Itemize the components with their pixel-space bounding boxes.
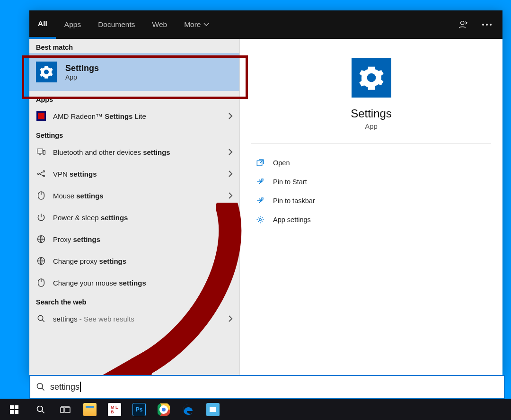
photoshop-icon: Ps [132,403,146,416]
result-change-mouse-settings[interactable]: Change your mouse settings [29,272,239,294]
taskbar: M EB Ps [0,399,511,420]
svg-point-7 [43,170,44,172]
start-button[interactable] [0,399,28,420]
result-web-search[interactable]: settings - See web results [29,308,239,330]
svg-point-0 [461,21,464,25]
section-apps: Apps [29,91,239,105]
result-power-settings[interactable]: Power & sleep settings [29,206,239,228]
chrome-icon [158,403,170,416]
svg-rect-18 [10,405,14,409]
action-pin-taskbar[interactable]: Pin to taskbar [245,191,498,210]
svg-point-3 [490,24,492,26]
chevron-right-icon [228,149,233,155]
app-icon [206,403,220,416]
search-panel: All Apps Documents Web More Best match S… [29,10,502,375]
result-subtitle: App [65,73,99,81]
search-icon [36,405,45,414]
svg-point-15 [259,219,262,221]
mouse-icon [36,190,46,201]
tab-documents[interactable]: Documents [89,10,143,39]
svg-rect-21 [15,410,18,414]
tab-web[interactable]: Web [144,10,176,39]
action-pin-start[interactable]: Pin to Start [245,172,498,191]
chevron-right-icon [228,113,233,119]
results-list: Best match Settings App Apps AMD Radeon™… [29,39,240,375]
action-app-settings[interactable]: App settings [245,210,498,229]
section-settings: Settings [29,127,239,141]
result-mouse-settings[interactable]: Mouse settings [29,185,239,206]
tab-apps[interactable]: Apps [56,10,89,39]
taskbar-file-explorer[interactable] [78,399,102,420]
taskbar-app-2[interactable]: M EB [102,399,127,420]
svg-rect-5 [43,151,45,154]
vpn-icon [36,169,46,179]
gear-icon [352,58,391,98]
svg-rect-4 [37,149,43,153]
tab-all[interactable]: All [29,10,56,39]
taskbar-photoshop[interactable]: Ps [127,399,151,420]
search-input[interactable]: settings [29,375,505,399]
chevron-right-icon [228,170,233,177]
result-vpn-settings[interactable]: VPN settings [29,163,239,185]
section-best-match: Best match [29,39,239,53]
result-bluetooth-settings[interactable]: Bluetooth and other devices settings [29,141,239,163]
taskbar-app-3[interactable] [201,399,225,420]
svg-rect-19 [15,405,18,409]
search-icon [36,313,46,324]
result-settings-app[interactable]: Settings App [29,53,239,91]
taskbar-edge[interactable] [176,399,201,420]
power-icon [36,212,46,223]
windows-icon [10,405,18,414]
task-view-button[interactable] [53,399,78,420]
gear-icon [36,62,57,82]
feedback-icon[interactable] [458,19,468,30]
edge-icon [182,403,194,416]
svg-point-22 [37,406,43,411]
preview-subtitle: App [365,122,378,130]
svg-point-6 [38,173,39,174]
preview-pane: Settings App Open Pin to Start Pin to ta… [240,39,502,375]
open-icon [255,158,265,168]
chevron-down-icon [203,22,209,27]
globe-icon [36,256,46,266]
devices-icon [36,147,46,157]
result-proxy-settings[interactable]: Proxy settings [29,228,239,250]
app-icon: M EB [108,403,121,416]
search-query: settings [50,382,79,392]
folder-icon [83,403,97,416]
globe-icon [36,234,46,244]
svg-point-17 [37,384,43,389]
chevron-right-icon [228,315,233,322]
action-open[interactable]: Open [245,153,498,172]
search-icon [36,382,45,392]
mouse-icon [36,277,46,288]
svg-rect-23 [61,408,64,412]
preview-title: Settings [351,107,392,120]
pin-icon [255,177,265,187]
chevron-right-icon [228,214,233,221]
gear-outline-icon [255,214,265,225]
svg-point-8 [43,175,44,177]
amd-icon [36,111,46,121]
svg-point-13 [38,315,43,321]
pin-icon [255,196,265,206]
tab-more[interactable]: More [176,10,218,39]
search-filter-tabs: All Apps Documents Web More [29,10,502,39]
taskbar-chrome[interactable] [151,399,176,420]
more-options-icon[interactable] [482,19,492,30]
result-change-proxy-settings[interactable]: Change proxy settings [29,250,239,272]
task-view-icon [60,405,70,414]
divider [251,143,491,144]
result-title: Settings [65,63,99,73]
chevron-right-icon [228,192,233,199]
section-search-web: Search the web [29,294,239,308]
svg-point-2 [486,24,488,26]
svg-point-1 [482,24,484,26]
svg-rect-20 [10,410,14,414]
result-amd-radeon[interactable]: AMD Radeon™ Settings Lite [29,105,239,127]
svg-rect-24 [65,408,70,412]
taskbar-search-button[interactable] [28,399,53,420]
